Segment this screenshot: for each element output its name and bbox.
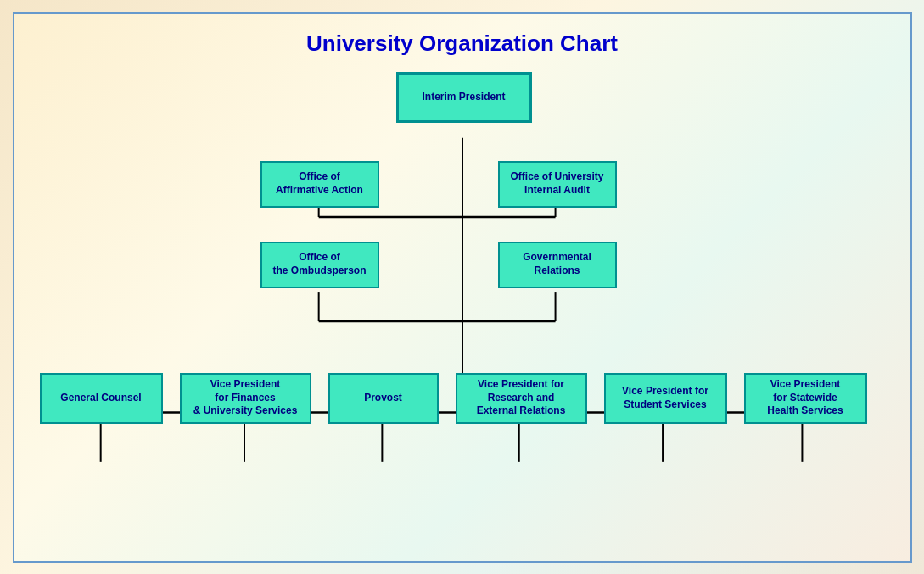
box-president: Interim President (396, 72, 532, 123)
connectors-svg (31, 72, 893, 544)
box-affirmative: Office ofAffirmative Action (260, 161, 379, 208)
box-audit: Office of UniversityInternal Audit (498, 161, 617, 208)
box-vp-student: Vice President forStudent Services (604, 373, 727, 424)
chart-container: University Organization Chart (13, 12, 912, 563)
box-vp-research: Vice President forResearch andExternal R… (456, 373, 587, 424)
org-chart: Interim President Office ofAffirmative A… (31, 72, 893, 544)
box-governmental: GovernmentalRelations (498, 242, 617, 288)
box-general-counsel: General Counsel (40, 373, 163, 424)
box-provost: Provost (328, 373, 439, 424)
box-ombudsperson: Office ofthe Ombudsperson (260, 242, 379, 288)
box-vp-health: Vice Presidentfor StatewideHealth Servic… (744, 373, 867, 424)
box-vp-finances: Vice Presidentfor Finances& University S… (180, 373, 311, 424)
chart-title: University Organization Chart (306, 31, 618, 57)
